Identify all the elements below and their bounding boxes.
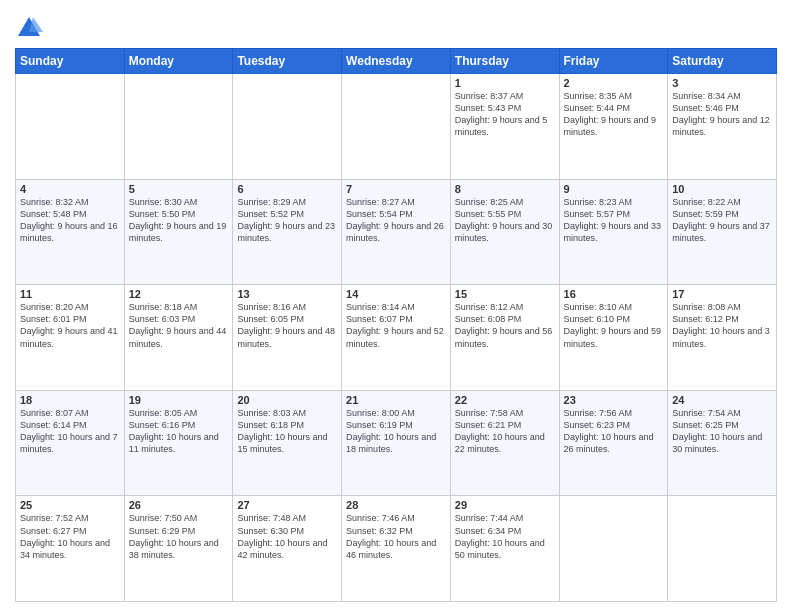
calendar-cell: 13Sunrise: 8:16 AM Sunset: 6:05 PM Dayli… [233,285,342,391]
calendar-cell: 8Sunrise: 8:25 AM Sunset: 5:55 PM Daylig… [450,179,559,285]
calendar-cell [342,74,451,180]
calendar-day-header: Saturday [668,49,777,74]
day-number: 15 [455,288,555,300]
day-info: Sunrise: 8:18 AM Sunset: 6:03 PM Dayligh… [129,301,229,350]
day-info: Sunrise: 8:05 AM Sunset: 6:16 PM Dayligh… [129,407,229,456]
calendar-cell: 29Sunrise: 7:44 AM Sunset: 6:34 PM Dayli… [450,496,559,602]
calendar-cell [559,496,668,602]
calendar-cell: 16Sunrise: 8:10 AM Sunset: 6:10 PM Dayli… [559,285,668,391]
calendar-day-header: Thursday [450,49,559,74]
calendar-cell: 28Sunrise: 7:46 AM Sunset: 6:32 PM Dayli… [342,496,451,602]
calendar-cell: 10Sunrise: 8:22 AM Sunset: 5:59 PM Dayli… [668,179,777,285]
day-number: 5 [129,183,229,195]
day-info: Sunrise: 8:34 AM Sunset: 5:46 PM Dayligh… [672,90,772,139]
calendar-cell: 18Sunrise: 8:07 AM Sunset: 6:14 PM Dayli… [16,390,125,496]
calendar-cell: 14Sunrise: 8:14 AM Sunset: 6:07 PM Dayli… [342,285,451,391]
calendar-cell: 11Sunrise: 8:20 AM Sunset: 6:01 PM Dayli… [16,285,125,391]
calendar-week-row: 11Sunrise: 8:20 AM Sunset: 6:01 PM Dayli… [16,285,777,391]
calendar-cell: 22Sunrise: 7:58 AM Sunset: 6:21 PM Dayli… [450,390,559,496]
day-info: Sunrise: 8:00 AM Sunset: 6:19 PM Dayligh… [346,407,446,456]
day-number: 12 [129,288,229,300]
day-info: Sunrise: 7:46 AM Sunset: 6:32 PM Dayligh… [346,512,446,561]
calendar-cell: 27Sunrise: 7:48 AM Sunset: 6:30 PM Dayli… [233,496,342,602]
day-info: Sunrise: 8:22 AM Sunset: 5:59 PM Dayligh… [672,196,772,245]
calendar-week-row: 1Sunrise: 8:37 AM Sunset: 5:43 PM Daylig… [16,74,777,180]
day-info: Sunrise: 7:56 AM Sunset: 6:23 PM Dayligh… [564,407,664,456]
calendar-cell [668,496,777,602]
day-info: Sunrise: 7:44 AM Sunset: 6:34 PM Dayligh… [455,512,555,561]
calendar-cell: 4Sunrise: 8:32 AM Sunset: 5:48 PM Daylig… [16,179,125,285]
svg-marker-1 [29,17,43,32]
day-number: 24 [672,394,772,406]
calendar-cell: 26Sunrise: 7:50 AM Sunset: 6:29 PM Dayli… [124,496,233,602]
day-info: Sunrise: 7:48 AM Sunset: 6:30 PM Dayligh… [237,512,337,561]
calendar-day-header: Friday [559,49,668,74]
day-number: 14 [346,288,446,300]
day-number: 19 [129,394,229,406]
calendar-cell [233,74,342,180]
calendar-cell [16,74,125,180]
calendar-day-header: Sunday [16,49,125,74]
day-number: 2 [564,77,664,89]
day-info: Sunrise: 7:50 AM Sunset: 6:29 PM Dayligh… [129,512,229,561]
day-number: 17 [672,288,772,300]
day-number: 13 [237,288,337,300]
day-info: Sunrise: 8:16 AM Sunset: 6:05 PM Dayligh… [237,301,337,350]
day-number: 21 [346,394,446,406]
logo-icon [15,14,43,42]
calendar-cell: 21Sunrise: 8:00 AM Sunset: 6:19 PM Dayli… [342,390,451,496]
calendar-cell: 6Sunrise: 8:29 AM Sunset: 5:52 PM Daylig… [233,179,342,285]
logo [15,14,47,42]
day-number: 1 [455,77,555,89]
day-number: 23 [564,394,664,406]
calendar-cell: 7Sunrise: 8:27 AM Sunset: 5:54 PM Daylig… [342,179,451,285]
calendar-week-row: 18Sunrise: 8:07 AM Sunset: 6:14 PM Dayli… [16,390,777,496]
day-info: Sunrise: 8:23 AM Sunset: 5:57 PM Dayligh… [564,196,664,245]
day-info: Sunrise: 8:12 AM Sunset: 6:08 PM Dayligh… [455,301,555,350]
day-info: Sunrise: 8:32 AM Sunset: 5:48 PM Dayligh… [20,196,120,245]
day-number: 10 [672,183,772,195]
day-info: Sunrise: 8:20 AM Sunset: 6:01 PM Dayligh… [20,301,120,350]
day-number: 29 [455,499,555,511]
day-info: Sunrise: 8:29 AM Sunset: 5:52 PM Dayligh… [237,196,337,245]
calendar-cell: 2Sunrise: 8:35 AM Sunset: 5:44 PM Daylig… [559,74,668,180]
day-number: 6 [237,183,337,195]
day-number: 28 [346,499,446,511]
day-info: Sunrise: 8:07 AM Sunset: 6:14 PM Dayligh… [20,407,120,456]
calendar-day-header: Wednesday [342,49,451,74]
day-info: Sunrise: 8:03 AM Sunset: 6:18 PM Dayligh… [237,407,337,456]
page: SundayMondayTuesdayWednesdayThursdayFrid… [0,0,792,612]
calendar-cell: 23Sunrise: 7:56 AM Sunset: 6:23 PM Dayli… [559,390,668,496]
day-number: 8 [455,183,555,195]
day-number: 3 [672,77,772,89]
day-info: Sunrise: 8:35 AM Sunset: 5:44 PM Dayligh… [564,90,664,139]
day-info: Sunrise: 8:30 AM Sunset: 5:50 PM Dayligh… [129,196,229,245]
day-number: 25 [20,499,120,511]
day-info: Sunrise: 8:10 AM Sunset: 6:10 PM Dayligh… [564,301,664,350]
day-number: 11 [20,288,120,300]
day-number: 22 [455,394,555,406]
calendar-week-row: 25Sunrise: 7:52 AM Sunset: 6:27 PM Dayli… [16,496,777,602]
calendar-cell: 5Sunrise: 8:30 AM Sunset: 5:50 PM Daylig… [124,179,233,285]
calendar-cell: 1Sunrise: 8:37 AM Sunset: 5:43 PM Daylig… [450,74,559,180]
day-number: 16 [564,288,664,300]
day-number: 27 [237,499,337,511]
calendar-cell: 19Sunrise: 8:05 AM Sunset: 6:16 PM Dayli… [124,390,233,496]
day-info: Sunrise: 8:08 AM Sunset: 6:12 PM Dayligh… [672,301,772,350]
calendar-cell [124,74,233,180]
header [15,10,777,42]
calendar-cell: 25Sunrise: 7:52 AM Sunset: 6:27 PM Dayli… [16,496,125,602]
calendar-day-header: Tuesday [233,49,342,74]
day-info: Sunrise: 8:37 AM Sunset: 5:43 PM Dayligh… [455,90,555,139]
day-number: 4 [20,183,120,195]
calendar-table: SundayMondayTuesdayWednesdayThursdayFrid… [15,48,777,602]
calendar-cell: 24Sunrise: 7:54 AM Sunset: 6:25 PM Dayli… [668,390,777,496]
calendar-cell: 12Sunrise: 8:18 AM Sunset: 6:03 PM Dayli… [124,285,233,391]
day-info: Sunrise: 8:14 AM Sunset: 6:07 PM Dayligh… [346,301,446,350]
day-info: Sunrise: 7:54 AM Sunset: 6:25 PM Dayligh… [672,407,772,456]
calendar-day-header: Monday [124,49,233,74]
day-number: 7 [346,183,446,195]
day-number: 9 [564,183,664,195]
day-info: Sunrise: 7:58 AM Sunset: 6:21 PM Dayligh… [455,407,555,456]
calendar-header-row: SundayMondayTuesdayWednesdayThursdayFrid… [16,49,777,74]
